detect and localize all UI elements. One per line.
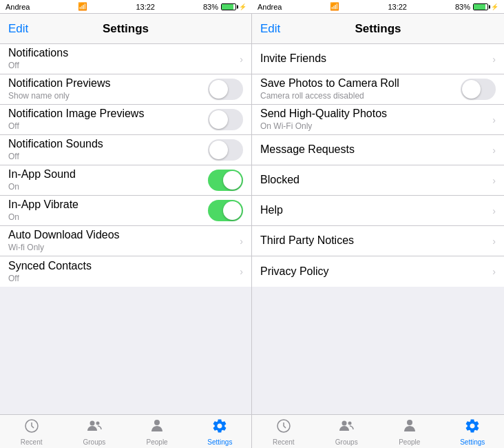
settings-row-subtitle: Off	[8, 61, 240, 72]
settings-row-title: Send High-Quality Photos	[260, 107, 492, 121]
tab-bar-right: RecentGroupsPeopleSettings	[252, 415, 504, 448]
chevron-icon: ›	[492, 145, 496, 156]
left-panel: NotificationsOff›Notification PreviewsSh…	[0, 44, 252, 414]
settings-row-content: Save Photos to Camera RollCamera roll ac…	[260, 77, 461, 101]
toggle-switch[interactable]	[208, 170, 243, 191]
settings-row[interactable]: Notification PreviewsShow name only	[0, 74, 251, 105]
tab-item-groups[interactable]: Groups	[315, 415, 379, 448]
svg-point-3	[154, 420, 160, 425]
tab-label-recent: Recent	[21, 438, 43, 446]
settings-row[interactable]: Send High-Quality PhotosOn Wi-Fi Only›	[252, 105, 504, 135]
nav-left: Edit Settings	[0, 14, 252, 43]
tab-label-groups: Groups	[83, 438, 105, 446]
settings-row[interactable]: Synced ContactsOff›	[0, 256, 251, 287]
settings-row-title: Synced Contacts	[8, 259, 240, 274]
settings-row[interactable]: Message Requests›	[252, 135, 504, 165]
settings-row-content: Notification SoundsOff	[8, 137, 208, 162]
settings-row[interactable]: Blocked›	[252, 165, 504, 196]
settings-icon	[211, 418, 228, 437]
settings-row-subtitle: Off	[8, 152, 208, 163]
settings-row[interactable]: NotificationsOff›	[0, 44, 251, 74]
settings-row[interactable]: In-App VibrateOn	[0, 196, 251, 226]
settings-row-right: ›	[492, 266, 496, 277]
settings-row[interactable]: Privacy Policy›	[252, 256, 504, 287]
settings-row-content: Blocked	[260, 173, 492, 187]
toggle-switch[interactable]	[208, 139, 243, 161]
tab-label-people: People	[399, 438, 420, 446]
svg-point-7	[407, 420, 412, 425]
settings-row-content: NotificationsOff	[8, 46, 240, 71]
settings-row-title: Privacy Policy	[260, 265, 492, 279]
settings-row-content: Help	[260, 203, 492, 218]
settings-row-title: In-App Sound	[8, 167, 208, 182]
tab-label-groups: Groups	[335, 438, 358, 446]
recent-icon	[275, 418, 292, 437]
tab-item-groups[interactable]: Groups	[63, 415, 125, 448]
toggle-switch[interactable]	[208, 79, 243, 100]
toggle-knob	[223, 171, 242, 190]
settings-row-subtitle: Off	[8, 121, 208, 132]
settings-row-title: Invite Friends	[260, 52, 492, 66]
right-panel: Invite Friends›Save Photos to Camera Rol…	[252, 44, 504, 414]
settings-row-right: ›	[492, 175, 496, 186]
settings-row-title: Notification Sounds	[8, 137, 208, 152]
toggle-knob	[209, 110, 228, 129]
carrier-left: Andrea	[6, 3, 30, 11]
tab-item-people[interactable]: People	[126, 415, 189, 448]
settings-row-right: ›	[492, 236, 496, 247]
battery-percent-right: 83%	[455, 3, 470, 11]
settings-row-right	[208, 109, 243, 130]
settings-row-right: ›	[492, 54, 496, 65]
settings-row-title: Auto Download Videos	[8, 228, 240, 243]
settings-row-right: ›	[492, 145, 496, 156]
battery-fill-left	[222, 4, 233, 10]
settings-row-right: ›	[240, 266, 243, 277]
settings-row-content: Privacy Policy	[260, 265, 492, 279]
tab-bar-left: RecentGroupsPeopleSettings	[0, 415, 252, 448]
toggle-switch[interactable]	[208, 200, 243, 221]
tab-label-recent: Recent	[273, 438, 295, 446]
chevron-icon: ›	[240, 266, 243, 277]
settings-row-title: Third Party Notices	[260, 234, 492, 248]
tab-item-recent[interactable]: Recent	[252, 415, 315, 448]
toggle-knob	[209, 141, 228, 159]
svg-point-2	[96, 421, 99, 425]
svg-point-1	[90, 420, 94, 425]
settings-row-right: ›	[240, 54, 243, 65]
settings-row[interactable]: Notification SoundsOff	[0, 135, 251, 165]
edit-button-left[interactable]: Edit	[8, 22, 28, 36]
settings-row[interactable]: Invite Friends›	[252, 44, 504, 74]
toggle-switch[interactable]	[208, 109, 243, 130]
tab-item-people[interactable]: People	[378, 415, 441, 448]
groups-icon	[86, 418, 103, 437]
toggle-knob	[462, 80, 481, 99]
settings-row[interactable]: Auto Download VideosWi-fi Only›	[0, 226, 251, 256]
bolt-icon-right: ⚡	[491, 3, 498, 10]
settings-row[interactable]: Notification Image PreviewsOff	[0, 105, 251, 135]
settings-row-content: In-App VibrateOn	[8, 198, 208, 223]
tab-label-settings: Settings	[207, 438, 232, 446]
tab-item-settings[interactable]: Settings	[441, 415, 505, 448]
settings-row-title: Save Photos to Camera Roll	[260, 77, 461, 91]
recent-icon	[23, 418, 40, 437]
edit-button-right[interactable]: Edit	[260, 22, 280, 36]
status-bar-right: Andrea 📶 13:22 83% ⚡	[252, 0, 504, 14]
wifi-icon-right: 📶	[330, 2, 339, 11]
chevron-icon: ›	[492, 205, 496, 216]
settings-icon	[464, 418, 481, 437]
tab-item-settings[interactable]: Settings	[189, 415, 251, 448]
settings-row-right: ›	[492, 205, 496, 216]
settings-row-content: Invite Friends	[260, 52, 492, 66]
toggle-switch[interactable]	[461, 79, 496, 100]
settings-row-right: ›	[240, 236, 243, 247]
settings-row[interactable]: In-App SoundOn	[0, 165, 251, 196]
battery-percent-left: 83%	[203, 3, 218, 11]
settings-row-right	[461, 79, 496, 100]
chevron-icon: ›	[492, 236, 496, 247]
tab-item-recent[interactable]: Recent	[0, 415, 63, 448]
toggle-knob	[209, 80, 228, 99]
settings-row[interactable]: Third Party Notices›	[252, 226, 504, 256]
settings-row[interactable]: Save Photos to Camera RollCamera roll ac…	[252, 74, 504, 105]
settings-row[interactable]: Help›	[252, 196, 504, 226]
chevron-icon: ›	[240, 236, 243, 247]
